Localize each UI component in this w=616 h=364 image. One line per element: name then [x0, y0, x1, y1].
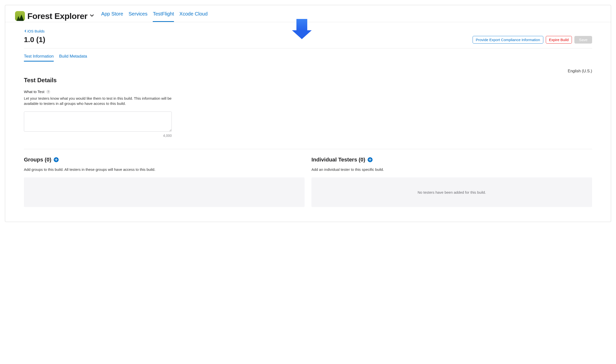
individual-testers-heading: Individual Testers (0) [311, 157, 365, 163]
action-buttons: Provide Export Compliance Information Ex… [473, 36, 592, 44]
locale-selector[interactable]: English (U.S.) [24, 69, 592, 73]
char-limit: 4,000 [24, 134, 172, 138]
plus-icon [369, 158, 372, 161]
individual-testers-empty-panel: No testers have been added for this buil… [311, 177, 592, 207]
individual-testers-empty-text: No testers have been added for this buil… [418, 190, 486, 194]
back-link[interactable]: iOS Builds [24, 29, 45, 33]
build-title: 1.0 (1) [24, 35, 45, 44]
tab-app-store[interactable]: App Store [101, 10, 123, 22]
divider [24, 149, 592, 149]
groups-empty-panel [24, 177, 305, 207]
help-icon[interactable]: ? [46, 90, 50, 94]
chevron-down-icon [89, 13, 94, 19]
chevron-left-icon [24, 29, 27, 33]
individual-testers-description: Add an individual tester to this specifi… [311, 167, 592, 172]
add-group-button[interactable] [54, 157, 59, 162]
test-details-heading: Test Details [24, 77, 592, 84]
add-tester-button[interactable] [368, 157, 373, 162]
app-switcher[interactable]: Forest Explorer [27, 11, 94, 21]
what-to-test-input[interactable] [24, 111, 172, 132]
provide-compliance-button[interactable]: Provide Export Compliance Information [473, 36, 543, 44]
primary-nav: App Store Services TestFlight Xcode Clou… [101, 10, 208, 22]
tab-xcode-cloud[interactable]: Xcode Cloud [179, 10, 208, 22]
what-to-test-description: Let your testers know what you would lik… [24, 96, 177, 106]
groups-heading: Groups (0) [24, 157, 51, 163]
app-icon [15, 11, 25, 21]
plus-icon [55, 158, 58, 161]
expire-build-button[interactable]: Expire Build [546, 36, 572, 44]
app-header: Forest Explorer App Store Services TestF… [5, 5, 611, 22]
tab-testflight[interactable]: TestFlight [153, 10, 174, 22]
back-link-label: iOS Builds [27, 29, 45, 33]
sub-tabs: Test Information Build Metadata [24, 54, 592, 62]
tab-build-metadata[interactable]: Build Metadata [59, 54, 87, 62]
tab-services[interactable]: Services [129, 10, 148, 22]
tab-test-information[interactable]: Test Information [24, 54, 54, 62]
save-button: Save [574, 36, 592, 44]
groups-description: Add groups to this build. All testers in… [24, 167, 305, 172]
app-name: Forest Explorer [27, 11, 87, 21]
svg-marker-1 [19, 15, 24, 21]
what-to-test-label: What to Test [24, 90, 44, 94]
